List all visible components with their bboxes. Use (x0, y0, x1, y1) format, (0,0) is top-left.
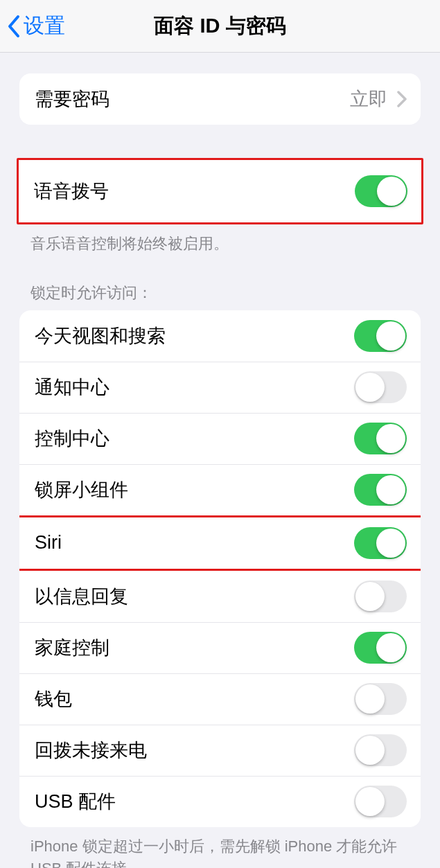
locked-access-row: 钱包 (19, 673, 421, 725)
locked-access-toggle[interactable] (354, 423, 407, 454)
back-button[interactable]: 设置 (0, 12, 65, 40)
locked-access-toggle[interactable] (354, 371, 407, 403)
locked-access-row: 今天视图和搜索 (19, 310, 421, 362)
locked-access-label: 回拨未接来电 (35, 738, 147, 763)
annotation-highlight-siri: Siri (19, 515, 421, 571)
locked-access-label: 锁屏小组件 (35, 477, 128, 502)
locked-access-label: 通知中心 (35, 375, 109, 400)
locked-access-row: 控制中心 (19, 413, 421, 464)
locked-access-row: 以信息回复 (19, 571, 421, 622)
locked-access-toggle[interactable] (354, 474, 407, 506)
locked-access-row: USB 配件 (19, 776, 421, 827)
locked-access-footer: iPhone 锁定超过一小时后，需先解锁 iPhone 才能允许USB 配件连接… (0, 827, 440, 868)
annotation-highlight-voice-dial: 语音拨号 (17, 158, 423, 224)
locked-access-toggle[interactable] (354, 581, 407, 612)
locked-access-header: 锁定时允许访问： (0, 283, 440, 310)
locked-access-row: 回拨未接来电 (19, 725, 421, 776)
locked-access-label: Siri (35, 532, 62, 553)
chevron-right-icon (397, 91, 407, 107)
locked-access-row: 锁屏小组件 (19, 464, 421, 515)
locked-access-row: 通知中心 (19, 362, 421, 413)
locked-access-toggle[interactable] (354, 734, 407, 766)
back-label: 设置 (24, 12, 65, 40)
require-passcode-group: 需要密码 立即 (19, 73, 421, 125)
chevron-left-icon (7, 15, 21, 38)
locked-access-group: 今天视图和搜索通知中心控制中心锁屏小组件Siri以信息回复家庭控制钱包回拨未接来… (19, 310, 421, 827)
voice-dial-label: 语音拨号 (34, 179, 109, 204)
locked-access-label: USB 配件 (35, 789, 116, 814)
voice-dial-footer: 音乐语音控制将始终被启用。 (0, 224, 440, 255)
locked-access-toggle[interactable] (354, 632, 407, 664)
nav-header: 设置 面容 ID 与密码 (0, 0, 440, 53)
require-passcode-label: 需要密码 (35, 87, 109, 112)
page-title: 面容 ID 与密码 (0, 12, 440, 40)
locked-access-label: 家庭控制 (35, 635, 109, 660)
locked-access-label: 控制中心 (35, 426, 109, 451)
locked-access-toggle[interactable] (354, 320, 407, 352)
require-passcode-value: 立即 (350, 87, 387, 112)
voice-dial-row: 语音拨号 (19, 160, 421, 222)
voice-dial-toggle[interactable] (355, 175, 407, 207)
locked-access-toggle[interactable] (354, 786, 407, 817)
locked-access-toggle[interactable] (354, 527, 407, 559)
locked-access-label: 钱包 (35, 687, 72, 711)
locked-access-toggle[interactable] (354, 683, 407, 715)
locked-access-label: 今天视图和搜索 (35, 324, 166, 348)
locked-access-label: 以信息回复 (35, 584, 128, 609)
voice-dial-group: 语音拨号 (19, 160, 421, 222)
require-passcode-row[interactable]: 需要密码 立即 (19, 73, 421, 125)
locked-access-row: 家庭控制 (19, 622, 421, 673)
locked-access-row: Siri (19, 517, 421, 569)
